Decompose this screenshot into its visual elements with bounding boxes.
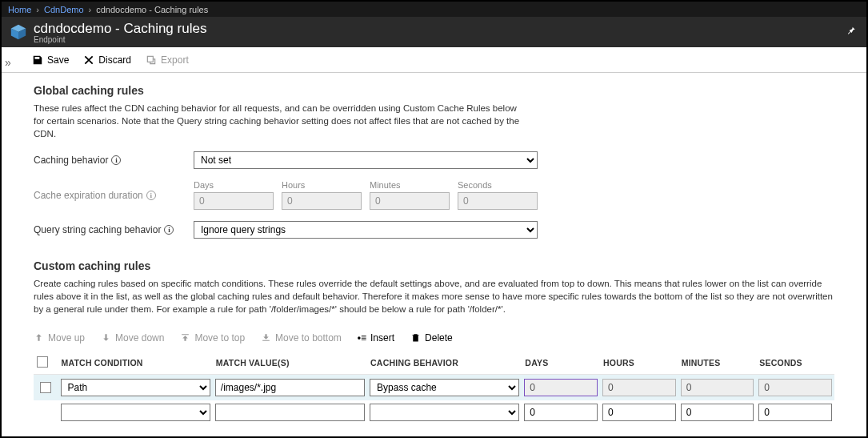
export-button[interactable]: Export [146, 54, 189, 66]
minutes-label: Minutes [370, 180, 450, 190]
cache-expiration-label-text: Cache expiration duration [34, 190, 143, 201]
command-toolbar: Save Discard Export [2, 47, 866, 73]
match-value-input[interactable] [215, 404, 365, 421]
breadcrumb: Home › CdnDemo › cdndocdemo - Caching ru… [2, 2, 866, 17]
custom-heading: Custom caching rules [34, 259, 834, 272]
hours-input [282, 192, 362, 210]
info-icon[interactable]: i [164, 225, 174, 235]
match-condition-select[interactable]: Path [61, 379, 210, 396]
days-label: Days [194, 180, 274, 190]
select-all-checkbox[interactable] [37, 356, 48, 368]
seconds-input [458, 192, 538, 210]
caching-behavior-select[interactable]: Not set [194, 151, 538, 169]
row-minutes-input [681, 379, 754, 396]
move-top-label: Move to top [194, 332, 245, 344]
days-input [194, 192, 274, 210]
content-panel: Global caching rules These rules affect … [2, 73, 866, 436]
expand-sidebar-icon[interactable]: » [5, 56, 11, 69]
col-minutes: MINUTES [678, 352, 757, 375]
endpoint-cube-icon [10, 23, 27, 41]
global-heading: Global caching rules [34, 84, 834, 97]
col-match-condition: MATCH CONDITION [58, 352, 213, 375]
caching-behavior-label: Caching behavior i [34, 155, 194, 166]
save-button[interactable]: Save [32, 54, 69, 66]
move-down-label: Move down [115, 332, 164, 344]
caching-behavior-label-text: Caching behavior [34, 155, 108, 166]
move-bottom-button[interactable]: Move to bottom [261, 332, 342, 344]
insert-icon: •≡ [358, 332, 366, 344]
global-description: These rules affect the CDN caching behav… [34, 102, 530, 140]
discard-label: Discard [98, 54, 131, 66]
minutes-input [370, 192, 450, 210]
svg-rect-3 [147, 56, 153, 62]
delete-label: Delete [425, 332, 453, 344]
move-up-label: Move up [48, 332, 85, 344]
cache-expiration-label: Cache expiration duration i [34, 190, 194, 201]
arrow-top-icon [180, 332, 190, 343]
row-days-input[interactable] [524, 404, 598, 421]
export-icon [146, 54, 157, 66]
info-icon[interactable]: i [146, 191, 156, 200]
caching-behavior-row-select[interactable] [370, 404, 519, 421]
move-bottom-label: Move to bottom [275, 332, 342, 344]
row-checkbox[interactable] [40, 382, 51, 393]
row-hours-input[interactable] [602, 404, 676, 421]
query-string-label-text: Query string caching behavior [34, 224, 161, 235]
caching-behavior-row-select[interactable]: Bypass cache [370, 379, 519, 396]
rules-table: MATCH CONDITION MATCH VALUE(S) CACHING B… [34, 352, 834, 424]
query-string-select[interactable]: Ignore query strings [194, 221, 538, 239]
title-bar: cdndocdemo - Caching rules Endpoint [2, 17, 866, 47]
arrow-up-icon [34, 332, 44, 343]
breadcrumb-current: cdndocdemo - Caching rules [96, 5, 208, 14]
discard-button[interactable]: Discard [83, 54, 131, 66]
table-row[interactable] [34, 400, 834, 424]
move-top-button[interactable]: Move to top [180, 332, 245, 344]
trash-icon [410, 332, 421, 343]
col-days: DAYS [522, 352, 600, 375]
page-title: cdndocdemo - Caching rules [34, 21, 206, 37]
row-seconds-input[interactable] [758, 404, 832, 421]
col-caching-behavior: CACHING BEHAVIOR [367, 352, 522, 375]
duration-group: Days Hours Minutes Seconds [194, 180, 538, 210]
breadcrumb-cdndemo[interactable]: CdnDemo [44, 5, 84, 14]
move-down-button[interactable]: Move down [101, 332, 164, 344]
row-hours-input [602, 379, 676, 396]
breadcrumb-sep-icon: › [36, 5, 39, 14]
seconds-label: Seconds [458, 180, 538, 190]
query-string-label: Query string caching behavior i [34, 224, 194, 235]
rules-toolbar: Move up Move down Move to top Move to bo… [34, 332, 834, 344]
custom-description: Create caching rules based on specific m… [34, 277, 834, 315]
col-hours: HOURS [600, 352, 678, 375]
arrow-down-icon [101, 332, 111, 343]
col-match-values: MATCH VALUE(S) [213, 352, 367, 375]
col-seconds: SECONDS [756, 352, 834, 375]
breadcrumb-sep-icon: › [89, 5, 92, 14]
save-icon [32, 54, 43, 66]
arrow-bottom-icon [261, 332, 271, 343]
close-icon [83, 54, 94, 66]
row-minutes-input[interactable] [681, 404, 754, 421]
save-label: Save [47, 54, 69, 66]
row-seconds-input [758, 379, 832, 396]
move-up-button[interactable]: Move up [34, 332, 85, 344]
delete-button[interactable]: Delete [410, 332, 453, 344]
insert-button[interactable]: •≡ Insert [358, 332, 394, 344]
table-row[interactable]: Path Bypass cache [34, 374, 834, 400]
pin-icon[interactable] [846, 25, 857, 38]
info-icon[interactable]: i [111, 155, 121, 165]
hours-label: Hours [282, 180, 362, 190]
breadcrumb-home[interactable]: Home [8, 5, 31, 14]
match-condition-select[interactable] [61, 404, 210, 421]
match-value-input[interactable] [215, 379, 365, 396]
insert-label: Insert [370, 332, 394, 344]
row-days-input [524, 379, 598, 396]
export-label: Export [161, 54, 189, 66]
